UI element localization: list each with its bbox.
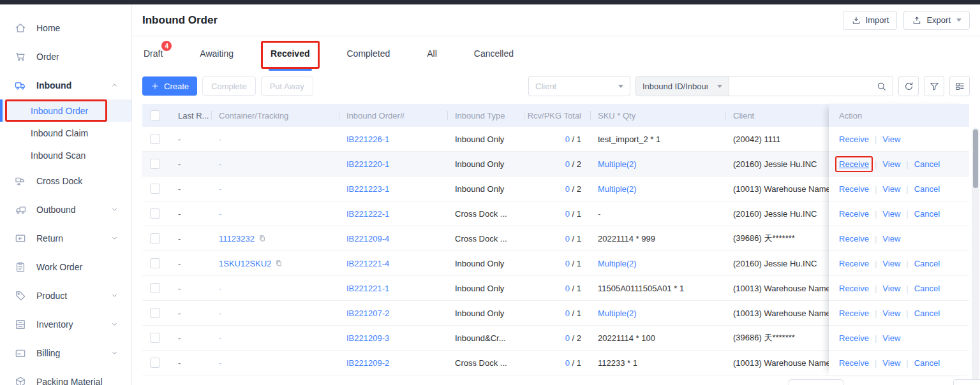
- filter-button[interactable]: [924, 76, 944, 96]
- action-cancel-link[interactable]: Cancel: [914, 159, 940, 169]
- export-button[interactable]: Export: [903, 11, 970, 30]
- rcv-count-link[interactable]: 0: [565, 333, 570, 343]
- sidebar-subitem-inbound-scan[interactable]: Inbound Scan: [0, 144, 131, 166]
- rcv-count-link[interactable]: 0: [565, 259, 570, 268]
- rcv-count-link[interactable]: 0: [565, 284, 570, 293]
- action-receive-link[interactable]: Receive: [839, 284, 869, 293]
- tab-cancelled[interactable]: Cancelled: [474, 36, 514, 71]
- row-checkbox[interactable]: [150, 159, 160, 169]
- action-receive-link[interactable]: Receive: [839, 209, 869, 219]
- action-view-link[interactable]: View: [882, 209, 900, 219]
- sidebar-item-home[interactable]: Home: [0, 13, 131, 42]
- sku-multiple-link[interactable]: Multiple(2): [598, 259, 637, 268]
- row-checkbox[interactable]: [150, 308, 160, 318]
- sidebar-item-inbound[interactable]: Inbound: [0, 71, 131, 99]
- action-receive-link[interactable]: Receive: [839, 134, 869, 144]
- rcv-count-link[interactable]: 0: [565, 309, 570, 318]
- client-select[interactable]: Client: [528, 76, 630, 96]
- row-checkbox[interactable]: [150, 184, 160, 194]
- inbound-order-link[interactable]: IB221221-1: [346, 284, 389, 293]
- create-button[interactable]: Create: [142, 76, 197, 96]
- inbound-order-link[interactable]: IB221221-4: [346, 259, 389, 268]
- action-receive-link[interactable]: Receive: [839, 333, 869, 343]
- action-view-link[interactable]: View: [882, 159, 900, 169]
- rcv-count-link[interactable]: 0: [565, 209, 570, 219]
- action-receive-link[interactable]: Receive: [839, 259, 869, 268]
- action-cancel-link[interactable]: Cancel: [914, 209, 940, 219]
- sku-multiple-link[interactable]: Multiple(2): [598, 309, 637, 318]
- sidebar-subitem-inbound-claim[interactable]: Inbound Claim: [0, 122, 131, 144]
- vertical-scrollbar[interactable]: [972, 127, 979, 380]
- sidebar-item-return[interactable]: Return: [0, 224, 131, 252]
- refresh-button[interactable]: [898, 76, 919, 96]
- import-button[interactable]: Import: [843, 11, 898, 30]
- select-all-checkbox[interactable]: [150, 110, 160, 120]
- action-receive-link[interactable]: Receive: [839, 234, 869, 243]
- row-checkbox[interactable]: [150, 208, 160, 219]
- rcv-count-link[interactable]: 0: [565, 134, 570, 144]
- sku-multiple-link[interactable]: Multiple(2): [598, 159, 637, 169]
- search-type-select[interactable]: Inbound ID/Inbounc: [636, 76, 729, 96]
- rcv-count-link[interactable]: 0: [565, 159, 570, 169]
- action-cancel-link[interactable]: Cancel: [914, 358, 940, 368]
- row-checkbox[interactable]: [150, 333, 160, 343]
- action-view-link[interactable]: View: [882, 333, 900, 343]
- action-receive-link[interactable]: Receive: [839, 184, 869, 194]
- inbound-order-link[interactable]: IB221222-1: [346, 209, 389, 219]
- sku-multiple-link[interactable]: Multiple(2): [598, 184, 637, 194]
- tab-draft[interactable]: Draft4: [144, 36, 163, 71]
- sidebar-subitem-inbound-order[interactable]: Inbound Order: [0, 99, 131, 122]
- sidebar-item-order[interactable]: Order: [0, 42, 131, 71]
- inbound-order-link[interactable]: IB221209-4: [346, 234, 389, 243]
- sidebar-item-outbound[interactable]: Outbound: [0, 195, 131, 224]
- tab-all[interactable]: All: [427, 36, 437, 71]
- action-view-link[interactable]: View: [882, 234, 900, 243]
- action-receive-link[interactable]: Receive: [839, 159, 869, 169]
- row-checkbox[interactable]: [150, 258, 160, 268]
- tab-received[interactable]: Received: [271, 36, 309, 71]
- action-cancel-link[interactable]: Cancel: [914, 284, 940, 293]
- inbound-order-link[interactable]: IB221207-2: [346, 309, 389, 318]
- column-settings-button[interactable]: [949, 76, 970, 96]
- pagination-partial[interactable]: [789, 379, 843, 385]
- sidebar-item-inventory[interactable]: Inventory: [0, 310, 131, 338]
- action-view-link[interactable]: View: [882, 184, 900, 194]
- action-cancel-link[interactable]: Cancel: [914, 309, 940, 318]
- inbound-order-link[interactable]: IB221209-2: [346, 358, 389, 368]
- search-input[interactable]: [729, 76, 870, 96]
- sidebar-item-billing[interactable]: Billing: [0, 338, 131, 367]
- action-cancel-link[interactable]: Cancel: [914, 259, 940, 268]
- inbound-order-link[interactable]: IB221223-1: [346, 184, 389, 194]
- action-view-link[interactable]: View: [882, 134, 900, 144]
- rcv-count-link[interactable]: 0: [565, 234, 570, 243]
- sidebar-item-cross-dock[interactable]: Cross Dock: [0, 166, 131, 195]
- container-link[interactable]: 11123232: [219, 234, 255, 243]
- scrollbar-thumb[interactable]: [973, 129, 978, 188]
- action-view-link[interactable]: View: [882, 284, 900, 293]
- action-receive-link[interactable]: Receive: [839, 358, 869, 368]
- pagination-partial[interactable]: [953, 379, 980, 385]
- tab-awaiting[interactable]: Awaiting: [200, 36, 234, 71]
- action-view-link[interactable]: View: [882, 358, 900, 368]
- row-checkbox[interactable]: [150, 358, 160, 368]
- inbound-order-link[interactable]: IB221209-3: [346, 333, 389, 343]
- copy-icon[interactable]: [274, 259, 283, 268]
- rcv-count-link[interactable]: 0: [565, 184, 570, 194]
- action-receive-link[interactable]: Receive: [839, 309, 869, 318]
- sidebar-item-product[interactable]: Product: [0, 281, 131, 310]
- complete-button[interactable]: Complete: [202, 76, 256, 96]
- row-checkbox[interactable]: [150, 233, 160, 243]
- action-cancel-link[interactable]: Cancel: [914, 184, 940, 194]
- put-away-button[interactable]: Put Away: [261, 76, 313, 96]
- inbound-order-link[interactable]: IB221220-1: [346, 159, 389, 169]
- inbound-order-link[interactable]: IB221226-1: [346, 134, 389, 144]
- rcv-count-link[interactable]: 0: [565, 358, 570, 368]
- row-checkbox[interactable]: [150, 134, 160, 144]
- search-button[interactable]: [870, 76, 893, 96]
- copy-icon[interactable]: [258, 234, 267, 243]
- action-view-link[interactable]: View: [882, 259, 900, 268]
- tab-completed[interactable]: Completed: [347, 36, 390, 71]
- sidebar-item-work-order[interactable]: Work Order: [0, 252, 131, 281]
- row-checkbox[interactable]: [150, 283, 160, 293]
- container-link[interactable]: 1SKU12SKU2: [219, 259, 271, 268]
